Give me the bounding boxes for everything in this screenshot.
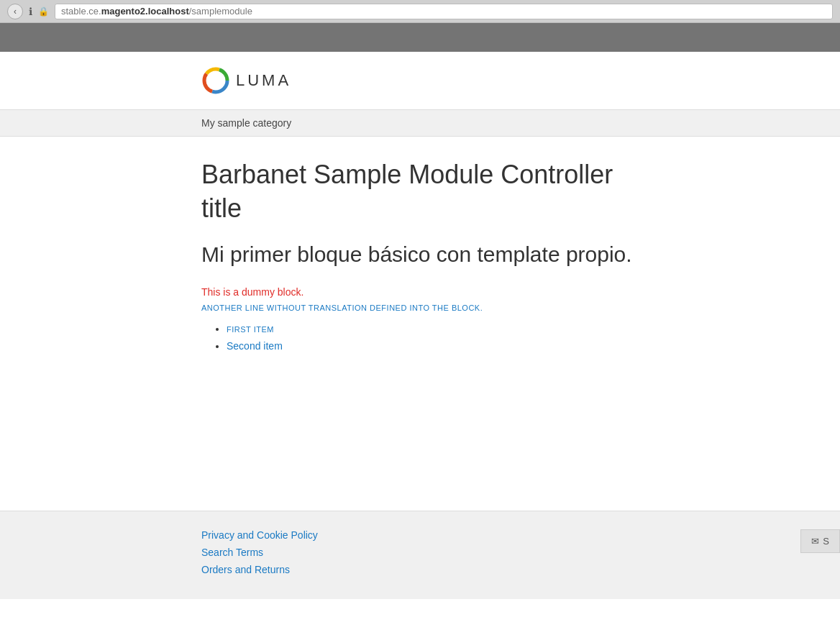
footer-link-item: Privacy and Cookie Policy	[201, 529, 639, 541]
footer-link-item: Search Terms	[201, 547, 639, 558]
block-list: FIRST ITEM Second item	[201, 323, 639, 352]
top-bar	[0, 23, 840, 52]
no-translation-text: ANOTHER LINE WITHOUT TRANSLATION DEFINED…	[201, 303, 639, 312]
url-domain: magento2.localhost	[101, 6, 189, 17]
email-label: S	[823, 536, 829, 547]
search-terms-link[interactable]: Search Terms	[201, 547, 263, 558]
browser-info-icon: ℹ	[29, 6, 32, 17]
back-arrow-icon: ‹	[14, 6, 17, 17]
email-icon: ✉	[811, 536, 819, 547]
navigation-bar: My sample category	[0, 109, 840, 137]
page-title: Barbanet Sample Module Controller title	[201, 158, 639, 226]
footer-links: Privacy and Cookie Policy Search Terms O…	[201, 529, 639, 575]
orders-returns-link[interactable]: Orders and Returns	[201, 564, 290, 575]
privacy-policy-link[interactable]: Privacy and Cookie Policy	[201, 529, 318, 541]
nav-category-link[interactable]: My sample category	[201, 117, 291, 129]
browser-lock-icon: 🔒	[38, 6, 49, 17]
url-prefix: stable.ce.	[61, 6, 101, 17]
block-title: Mi primer bloque básico con template pro…	[201, 240, 639, 268]
browser-url-bar[interactable]: stable.ce.magento2.localhost/samplemodul…	[55, 4, 833, 19]
list-item-first-label: FIRST ITEM	[227, 325, 274, 334]
site-footer: Privacy and Cookie Policy Search Terms O…	[0, 511, 840, 599]
list-item: FIRST ITEM	[227, 323, 639, 334]
logo-icon	[201, 66, 230, 95]
footer-link-item: Orders and Returns	[201, 564, 639, 575]
dummy-block-text: This is a dummy block.	[201, 286, 639, 298]
browser-chrome: ‹ ℹ 🔒 stable.ce.magento2.localhost/sampl…	[0, 0, 840, 23]
logo-text: LUMA	[236, 71, 291, 90]
site-header: LUMA	[0, 52, 840, 109]
footer-email-button[interactable]: ✉ S	[800, 529, 840, 553]
list-item-second-label: Second item	[227, 340, 283, 352]
main-content: Barbanet Sample Module Controller title …	[0, 137, 840, 511]
browser-back-button[interactable]: ‹	[7, 4, 23, 19]
list-item: Second item	[227, 340, 639, 352]
logo[interactable]: LUMA	[201, 66, 291, 95]
url-path: /samplemodule	[189, 6, 252, 17]
